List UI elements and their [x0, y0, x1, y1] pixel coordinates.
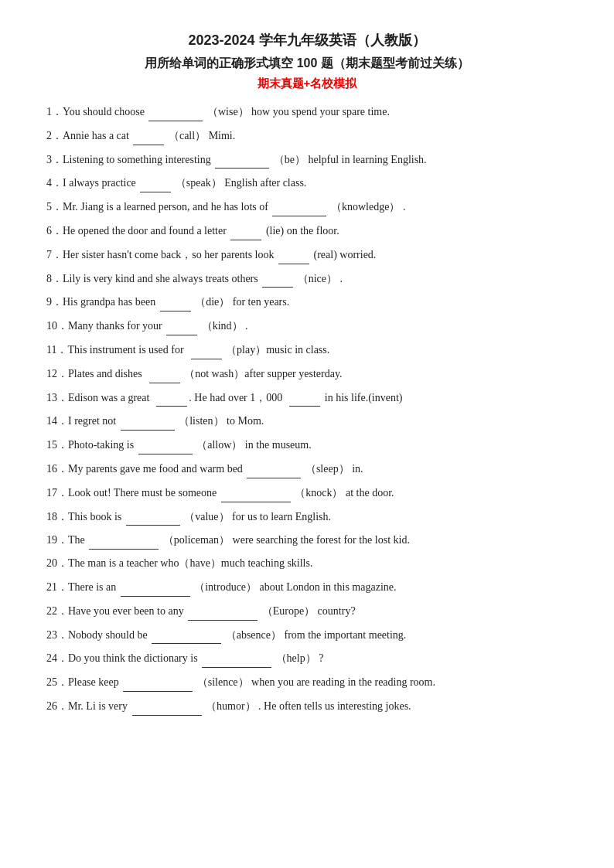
q-num: 15． — [46, 439, 68, 451]
question-item: 2．Annie has a cat （call） Mimi. — [46, 126, 568, 145]
q-num: 26． — [46, 700, 68, 712]
q-num: 6． — [46, 225, 63, 237]
q-num: 2． — [46, 130, 63, 141]
question-item: 18．This book is （value） for us to learn … — [46, 507, 568, 526]
question-item: 8．Lily is very kind and she always treat… — [46, 269, 568, 288]
question-item: 12．Plates and dishes （not wash）after sup… — [46, 364, 568, 383]
question-item: 24．Do you think the dictionary is （help）… — [46, 648, 568, 668]
question-item: 1．You should choose （wise） how you spend… — [46, 102, 568, 121]
question-item: 4．I always practice （speak） English afte… — [46, 173, 568, 192]
q-num: 5． — [46, 201, 63, 213]
q-num: 7． — [46, 249, 63, 260]
q-num: 4． — [46, 177, 63, 189]
q-num: 23． — [46, 629, 68, 641]
question-item: 19．The （policeman） were searching the fo… — [46, 530, 568, 550]
question-item: 5．Mr. Jiang is a learned person, and he … — [46, 197, 568, 216]
q-num: 14． — [46, 415, 68, 427]
question-item: 14．I regret not （listen） to Mom. — [46, 411, 568, 431]
page-title-sub: 用所给单词的正确形式填空 100 题（期末题型考前过关练） — [46, 56, 568, 72]
question-item: 15．Photo-taking is （allow） in the museum… — [46, 435, 568, 454]
question-item: 6．He opened the door and found a letter … — [46, 221, 568, 240]
question-item: 25．Please keep （silence） when you are re… — [46, 672, 568, 692]
q-num: 3． — [46, 154, 63, 165]
question-item: 26．Mr. Li is very （humor） . He often tel… — [46, 696, 568, 716]
q-num: 9． — [46, 296, 63, 308]
q-num: 16． — [46, 463, 68, 475]
page-title-main: 2023-2024 学年九年级英语（人教版） — [46, 31, 568, 49]
q-num: 11． — [46, 344, 67, 356]
q-num: 13． — [46, 392, 68, 403]
q-num: 10． — [46, 320, 68, 332]
question-list: 1．You should choose （wise） how you spend… — [46, 102, 568, 716]
question-item: 11．This instrument is used for （play）mus… — [46, 340, 568, 359]
question-item: 13．Edison was a great . He had over 1，00… — [46, 388, 568, 407]
q-num: 8． — [46, 273, 63, 284]
q-num: 25． — [46, 676, 68, 688]
q-num: 21． — [46, 581, 68, 593]
q-num: 1． — [46, 106, 63, 117]
question-item: 17．Look out! There must be someone （knoc… — [46, 483, 568, 502]
question-item: 20．The man is a teacher who（have）much te… — [46, 554, 568, 573]
q-num: 12． — [46, 368, 68, 380]
question-item: 16．My parents gave me food and warm bed … — [46, 459, 568, 478]
question-item: 22．Have you ever been to any （Europe） co… — [46, 601, 568, 621]
question-item: 21．There is an （introduce） about London … — [46, 577, 568, 597]
question-item: 23．Nobody should be （absence） from the i… — [46, 625, 568, 645]
q-num: 18． — [46, 511, 68, 523]
question-item: 7．Her sister hasn't come back，so her par… — [46, 245, 568, 264]
q-num: 17． — [46, 487, 68, 499]
q-num: 24． — [46, 652, 68, 664]
q-num: 22． — [46, 605, 68, 617]
q-num: 19． — [46, 534, 68, 546]
question-item: 3．Listening to something interesting （be… — [46, 150, 568, 169]
question-item: 10．Many thanks for your （kind） . — [46, 316, 568, 335]
q-num: 20． — [46, 557, 68, 569]
question-item: 9．His grandpa has been （die） for ten yea… — [46, 292, 568, 311]
page-title-red: 期末真题+名校模拟 — [46, 77, 568, 91]
